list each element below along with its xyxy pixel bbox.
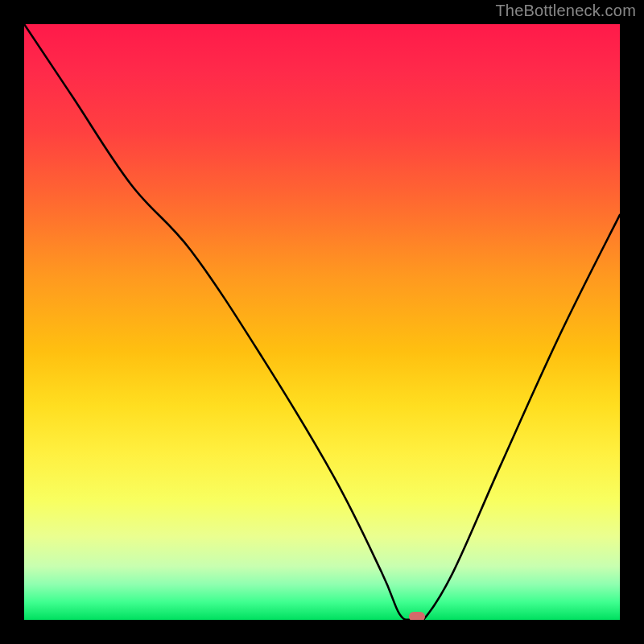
plot-area — [24, 24, 620, 620]
chart-frame: TheBottleneck.com — [0, 0, 644, 644]
optimal-marker — [409, 612, 425, 620]
bottleneck-curve — [24, 24, 620, 620]
watermark-text: TheBottleneck.com — [495, 2, 636, 20]
